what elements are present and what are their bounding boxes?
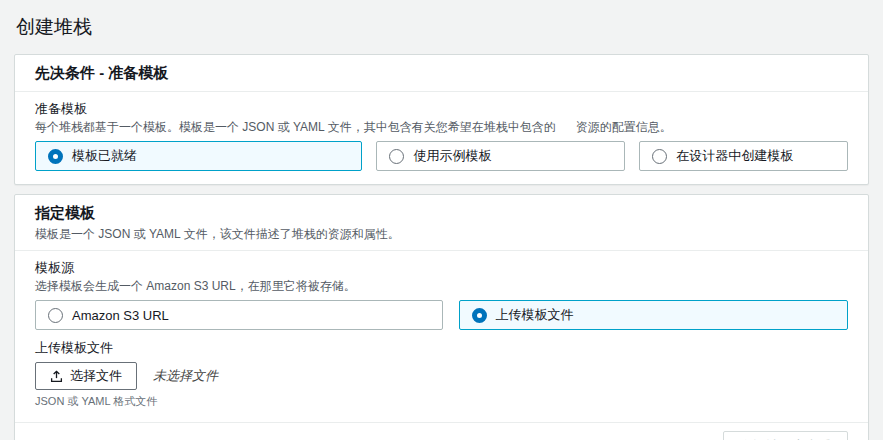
file-format-constraint: JSON 或 YAML 格式文件 [35,394,848,409]
prerequisite-panel-header: 先决条件 - 准备模板 [15,55,868,92]
choose-file-label: 选择文件 [70,367,122,385]
upload-template-label: 上传模板文件 [35,339,848,357]
template-source-label: 模板源 [35,259,848,277]
specify-template-footer: S3 URL:将在上传模板文件时生成 在设计器中查看 [15,422,868,440]
view-in-designer-button[interactable]: 在设计器中查看 [723,431,848,440]
prerequisite-panel: 先决条件 - 准备模板 准备模板 每个堆栈都基于一个模板。模板是一个 JSON … [14,54,869,185]
prepare-template-description: 每个堆栈都基于一个模板。模板是一个 JSON 或 YAML 文件，其中包含有关您… [35,120,848,135]
no-file-selected-text: 未选择文件 [153,367,218,385]
specify-template-title: 指定模板 [35,204,848,223]
radio-tile-amazon-s3-url[interactable]: Amazon S3 URL [35,300,443,330]
specify-template-body: 模板源 选择模板会生成一个 Amazon S3 URL，在那里它将被存储。 Am… [15,251,868,422]
upload-row: 选择文件 未选择文件 [35,362,848,390]
radio-tile-label: 使用示例模板 [413,147,491,165]
upload-template-section: 上传模板文件 选择文件 未选择文件 JSON [35,339,848,409]
radio-checked-icon [48,149,63,164]
specify-template-panel: 指定模板 模板是一个 JSON 或 YAML 文件，该文件描述了堆栈的资源和属性… [14,194,869,440]
prerequisite-panel-title: 先决条件 - 准备模板 [35,64,848,83]
radio-unchecked-icon [389,149,404,164]
upload-icon [50,370,63,383]
specify-template-description: 模板是一个 JSON 或 YAML 文件，该文件描述了堆栈的资源和属性。 [35,227,848,242]
prepare-template-radio-group: 模板已就绪 使用示例模板 在设计器中创建模板 [35,141,848,171]
choose-file-button[interactable]: 选择文件 [35,362,137,390]
specify-template-header: 指定模板 模板是一个 JSON 或 YAML 文件，该文件描述了堆栈的资源和属性… [15,195,868,251]
prepare-template-label: 准备模板 [35,100,848,118]
radio-tile-upload-template-file[interactable]: 上传模板文件 [459,300,848,330]
radio-tile-label: 上传模板文件 [496,306,574,324]
radio-tile-create-in-designer[interactable]: 在设计器中创建模板 [639,141,848,171]
page-title: 创建堆栈 [16,14,869,40]
radio-checked-icon [472,308,487,323]
template-source-radio-group: Amazon S3 URL 上传模板文件 [35,300,848,330]
radio-tile-label: Amazon S3 URL [72,308,169,323]
radio-unchecked-icon [652,149,667,164]
radio-unchecked-icon [48,308,63,323]
radio-tile-label: 模板已就绪 [72,147,137,165]
radio-tile-use-sample-template[interactable]: 使用示例模板 [376,141,625,171]
create-stack-page: 创建堆栈 先决条件 - 准备模板 准备模板 每个堆栈都基于一个模板。模板是一个 … [0,0,883,440]
radio-tile-template-ready[interactable]: 模板已就绪 [35,141,362,171]
prerequisite-panel-body: 准备模板 每个堆栈都基于一个模板。模板是一个 JSON 或 YAML 文件，其中… [15,92,868,184]
radio-tile-label: 在设计器中创建模板 [676,147,793,165]
template-source-description: 选择模板会生成一个 Amazon S3 URL，在那里它将被存储。 [35,279,848,294]
